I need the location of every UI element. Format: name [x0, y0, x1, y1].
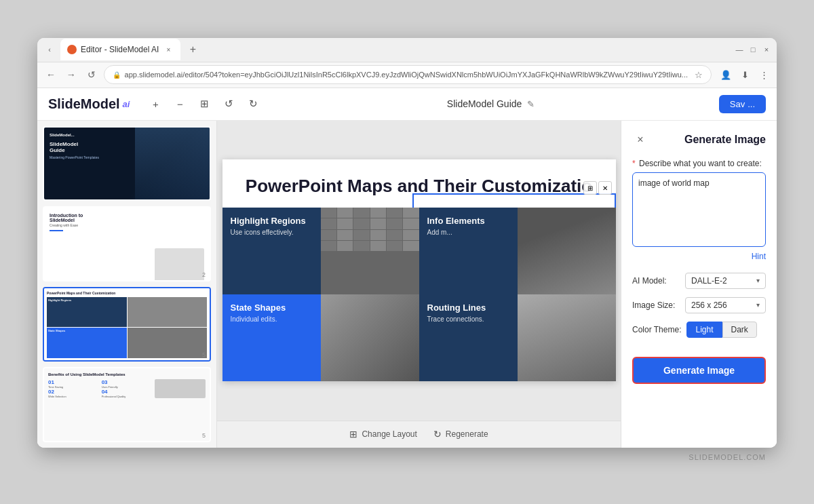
cell-desc-info: Add m...: [427, 229, 509, 236]
building-img-4: [518, 294, 616, 381]
building-img-2: [518, 208, 616, 294]
theme-light-btn[interactable]: Light: [686, 322, 722, 338]
cell-desc-routing: Trace connections.: [427, 315, 509, 323]
theme-dark-btn[interactable]: Dark: [722, 322, 757, 338]
slide-thumb-4[interactable]: Benefits of Using SlideModel Templates 0…: [43, 367, 211, 442]
change-layout-label: Change Layout: [362, 429, 416, 439]
canvas-area: PowerPoint Maps and Their Customizatio ⊞…: [217, 121, 621, 448]
save-button[interactable]: Sav...: [719, 95, 766, 113]
remove-btn[interactable]: −: [170, 94, 189, 113]
slide-thumb-3[interactable]: PowerPoint Maps and Their Customization …: [43, 287, 211, 362]
image-size-arrow: ▾: [756, 301, 760, 309]
add-btn[interactable]: +: [146, 94, 165, 113]
slide-background: PowerPoint Maps and Their Customizatio ⊞…: [222, 159, 616, 381]
change-layout-btn[interactable]: ⊞ Change Layout: [349, 429, 416, 440]
cell-title-highlight: Highlight Regions: [231, 216, 313, 226]
browser-titlebar: ‹ Editor - SlideModel AI × + — □ ×: [37, 38, 777, 62]
hint-text[interactable]: Hint: [752, 252, 766, 261]
grid-btn[interactable]: ⊞: [195, 94, 214, 113]
slide2-person-img: [155, 248, 204, 281]
slide2-title-text: Introduction toSlideModel: [50, 213, 204, 222]
back-btn[interactable]: ←: [43, 66, 59, 83]
ai-model-arrow: ▾: [756, 277, 760, 284]
logo-ai: ai: [123, 99, 130, 109]
main-area: SlideModel... SlideModelGuide Mastering …: [37, 121, 777, 448]
grid-cell-img2: [518, 208, 616, 294]
slide-number-3: 5: [202, 351, 206, 358]
slide-thumb-2[interactable]: Introduction toSlideModel Creating with …: [43, 206, 211, 282]
ai-model-row: AI Model: DALL-E-2 ▾: [632, 273, 766, 289]
theme-toggle-group: Light Dark: [686, 322, 756, 338]
slide3-cell-2: State Shapes: [47, 328, 127, 358]
regenerate-label: Regenerate: [446, 429, 488, 439]
address-bar[interactable]: 🔒 app.slidemodel.ai/editor/504?token=eyJ…: [104, 65, 712, 84]
header-center: SlideModel Guide ✎: [271, 98, 710, 109]
generate-image-button[interactable]: Generate Image: [632, 357, 766, 384]
canvas-slide: PowerPoint Maps and Their Customizatio ⊞…: [217, 121, 621, 421]
undo-btn[interactable]: ↺: [219, 94, 238, 113]
tab-nav-btn[interactable]: ‹: [43, 43, 56, 56]
profile-icon[interactable]: 👤: [718, 67, 733, 82]
browser-action-icons: 👤 ⬇ ⋮: [718, 67, 771, 82]
slide-number-4: 5: [202, 432, 206, 439]
color-theme-row: Color Theme: Light Dark: [632, 322, 766, 338]
main-slide-canvas[interactable]: PowerPoint Maps and Their Customizatio ⊞…: [222, 159, 616, 381]
maximize-btn[interactable]: □: [748, 45, 758, 54]
new-tab-btn[interactable]: +: [183, 40, 202, 59]
slide4-img: [155, 379, 206, 398]
lock-icon: 🔒: [113, 71, 121, 79]
cell-title-state: State Shapes: [231, 303, 313, 313]
bottom-brand: SLIDEMODEL.COM: [37, 448, 777, 467]
ai-model-value: DALL-E-2: [691, 276, 727, 286]
grid-cell-img3: [321, 294, 419, 381]
app-header: SlideModel ai + − ⊞ ↺ ↻ SlideModel Guide…: [37, 88, 777, 121]
regenerate-btn[interactable]: ↻ Regenerate: [433, 429, 488, 440]
edit-title-icon[interactable]: ✎: [527, 99, 535, 109]
menu-icon[interactable]: ⋮: [756, 67, 771, 82]
logo-text: SlideModel: [48, 96, 120, 112]
slide4-num-01: 01: [48, 379, 99, 385]
regenerate-icon: ↻: [433, 429, 442, 440]
close-window-btn[interactable]: ×: [762, 45, 771, 54]
image-size-select[interactable]: 256 x 256 ▾: [685, 297, 766, 313]
address-text: app.slidemodel.ai/editor/504?token=eyJhb…: [125, 71, 688, 79]
describe-field-label: * Describe what you want to create:: [632, 159, 766, 168]
canvas-toolbar: ⊞ Change Layout ↻ Regenerate: [217, 421, 621, 448]
slide-thumb-1[interactable]: SlideModel... SlideModelGuide Mastering …: [43, 126, 211, 201]
image-size-value: 256 x 256: [691, 301, 727, 310]
required-star: *: [632, 159, 636, 168]
minimize-btn[interactable]: —: [735, 45, 744, 54]
app-content: SlideModel ai + − ⊞ ↺ ↻ SlideModel Guide…: [37, 88, 777, 448]
app-logo: SlideModel ai: [48, 96, 130, 112]
slide-number-2: 2: [202, 271, 206, 278]
bookmark-icon[interactable]: ☆: [695, 70, 703, 80]
ai-model-select[interactable]: DALL-E-2 ▾: [685, 273, 766, 289]
panel-title: Generate Image: [684, 134, 766, 146]
download-icon[interactable]: ⬇: [737, 67, 752, 82]
slide2-sub-text: Creating with Ease: [50, 223, 204, 227]
redo-btn[interactable]: ↻: [244, 94, 263, 113]
tab-close-btn[interactable]: ×: [163, 44, 174, 55]
tab-favicon: [67, 45, 77, 54]
panel-close-btn[interactable]: ×: [632, 132, 648, 148]
slide4-text-04: Professional Quality: [102, 395, 153, 398]
slide4-text-02: Wide Selection: [48, 395, 99, 398]
describe-textarea[interactable]: image of world map: [632, 172, 766, 247]
building-img-3: [321, 294, 419, 381]
browser-tab[interactable]: Editor - SlideModel AI ×: [60, 39, 180, 60]
hint-link: Hint: [632, 250, 766, 262]
main-slide-title: PowerPoint Maps and Their Customizatio: [222, 159, 616, 208]
header-tools: + − ⊞ ↺ ↻: [146, 94, 263, 113]
slide3-img-1: [128, 297, 208, 328]
slide-panel: SlideModel... SlideModelGuide Mastering …: [37, 121, 217, 448]
grid-cell-routing: Routing Lines Trace connections.: [419, 294, 518, 381]
generate-image-panel: × Generate Image * Describe what you wan…: [621, 121, 777, 448]
refresh-btn[interactable]: ↺: [83, 66, 100, 83]
header-right: Sav...: [719, 95, 766, 113]
slide4-num-02: 02: [48, 389, 99, 395]
browser-controls: — □ ×: [735, 45, 771, 54]
forward-btn[interactable]: →: [63, 66, 79, 83]
cell-desc-state: Individual edits.: [231, 315, 313, 323]
grid-cell-state: State Shapes Individual edits.: [222, 294, 321, 381]
slide3-img-2: [128, 328, 208, 358]
